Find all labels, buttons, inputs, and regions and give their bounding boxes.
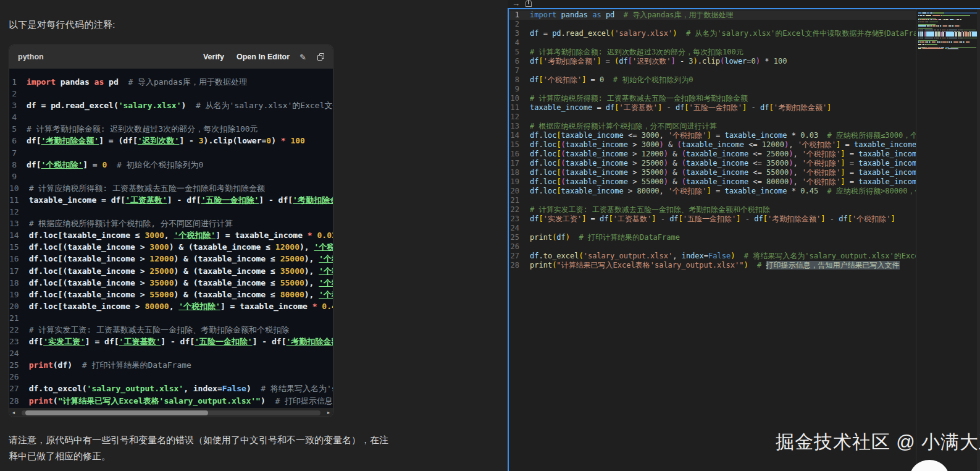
code-line: 10# 计算应纳税所得额: 工资基数减去五险一金扣除和考勤扣除金额 [509, 94, 916, 103]
code-line: 3df = pd.read_excel('salary.xlsx') # 从名为… [9, 100, 333, 111]
line-number: 28 [509, 261, 530, 270]
editor-panel: → 1import pandas as pd # 导入pandas库，用于数据处… [508, 0, 980, 471]
line-number: 8 [9, 159, 27, 171]
minimap-line [918, 38, 977, 39]
line-number: 9 [509, 85, 530, 94]
line-number: 3 [9, 100, 27, 111]
minimap-line [918, 41, 977, 43]
code-line: 24 [9, 347, 333, 359]
minimap-divider [916, 9, 916, 471]
code-line: 15df.loc[(taxable_income > 3000) & (taxa… [9, 241, 333, 253]
scroll-right-arrow-icon[interactable]: ▸ [327, 410, 330, 415]
line-number: 21 [9, 312, 29, 324]
line-number: 11 [509, 103, 530, 112]
verify-button[interactable]: Verify [203, 53, 224, 61]
line-number: 15 [509, 140, 530, 150]
code-line: 20df.loc[taxable_income > 80000, '个税扣除']… [509, 187, 916, 196]
scroll-left-arrow-icon[interactable]: ◂ [12, 410, 15, 415]
line-number: 14 [9, 229, 29, 241]
scrollbar-thumb[interactable] [25, 410, 208, 415]
line-number: 5 [9, 123, 27, 135]
code-line: 4 [9, 111, 333, 123]
goto-arrow-icon[interactable]: → [512, 0, 520, 8]
line-number: 2 [509, 20, 530, 29]
code-line: 16df.loc[(taxable_income > 12000) & (tax… [509, 150, 916, 159]
code-line: 12 [9, 206, 333, 218]
line-number: 10 [9, 182, 29, 194]
line-number: 22 [509, 205, 530, 214]
line-number: 16 [9, 253, 29, 265]
line-number: 23 [509, 214, 530, 224]
line-number: 24 [9, 347, 29, 359]
note-line-1: 请注意，原代码中有一些引号和变量名的错误（如使用了中文引号和不一致的变量名），在… [9, 432, 500, 448]
line-number: 3 [509, 29, 530, 38]
line-number: 17 [9, 265, 29, 277]
line-number: 24 [509, 224, 530, 233]
code-line: 8df['个税扣除'] = 0 # 初始化个税扣除列为0 [509, 75, 916, 85]
line-number: 25 [509, 233, 530, 242]
code-line: 16df.loc[(taxable_income > 12000) & (tax… [9, 253, 333, 265]
edit-icon[interactable]: ✎ [299, 53, 306, 61]
line-number: 2 [9, 88, 27, 100]
line-number: 1 [509, 11, 530, 20]
line-number: 25 [9, 359, 29, 371]
code-line: 28print("计算结果已写入Excel表格'salary_output.xl… [509, 261, 916, 270]
code-line: 14df.loc[taxable_income <= 3000, '个税扣除']… [509, 131, 916, 140]
line-number: 23 [9, 336, 29, 347]
copy-icon[interactable] [317, 53, 324, 61]
line-number: 20 [509, 187, 530, 196]
code-line: 9 [509, 85, 916, 94]
watermark: 掘金技术社区 @ 小满大王i [776, 430, 980, 455]
language-label: python [18, 53, 44, 61]
code-line: 22# 计算实发工资: 工资基数减去五险一金扣除、考勤扣除金额和个税扣除 [509, 205, 916, 214]
line-number: 14 [509, 131, 530, 140]
open-in-editor-button[interactable]: Open In Editor [237, 53, 290, 61]
code-line: 19df.loc[(taxable_income > 55000) & (tax… [9, 289, 333, 300]
code-line: 13# 根据应纳税所得额计算个税扣除, 分不同区间进行计算 [9, 218, 333, 229]
code-line: 15df.loc[(taxable_income > 3000) & (taxa… [509, 140, 916, 150]
line-number: 26 [9, 371, 29, 383]
line-number: 6 [509, 57, 530, 66]
vertical-scrollbar[interactable] [977, 9, 980, 471]
code-line: 18df.loc[(taxable_income > 35000) & (tax… [509, 168, 916, 177]
assistant-intro-text: 以下是对每行代码的注释: [9, 19, 115, 31]
code-line: 1import pandas as pd # 导入pandas库，用于数据处理 [9, 76, 333, 88]
code-line: 3df = pd.read_excel('salary.xlsx') # 从名为… [509, 29, 916, 38]
code-line: 27df.to_excel('salary_output.xlsx', inde… [509, 252, 916, 261]
line-number: 4 [9, 111, 27, 123]
code-line: 5# 计算考勤扣除金额: 迟到次数超过3次的部分，每次扣除100元 [509, 48, 916, 57]
line-number: 28 [9, 395, 29, 407]
code-line: 27df.to_excel('salary_output.xlsx', inde… [9, 383, 333, 394]
code-block-header: python Verify Open In Editor ✎ [9, 45, 333, 69]
code-line: 7 [509, 66, 916, 75]
line-number: 26 [509, 242, 530, 252]
line-number: 5 [509, 48, 530, 57]
code-line: 26 [509, 242, 916, 252]
horizontal-scrollbar[interactable]: ◂ ▸ [9, 408, 333, 417]
line-number: 18 [509, 168, 530, 177]
line-number: 21 [509, 196, 530, 205]
code-line: 12 [509, 112, 916, 122]
code-line: 5# 计算考勤扣除金额: 迟到次数超过3次的部分，每次扣除100元 [9, 123, 333, 135]
code-line: 8df['个税扣除'] = 0 # 初始化个税扣除列为0 [9, 159, 333, 171]
code-line: 14df.loc[taxable_income ≤ 3000, '个税扣除'] … [9, 229, 333, 241]
minimap[interactable] [918, 12, 977, 56]
code-block-card: python Verify Open In Editor ✎ 1import p… [9, 45, 333, 417]
line-number: 6 [9, 135, 27, 146]
code-line: 13# 根据应纳税所得额计算个税扣除，分不同区间进行计算 [509, 122, 916, 131]
code-line: 1import pandas as pd # 导入pandas库，用于数据处理 [509, 11, 916, 20]
line-number: 7 [509, 66, 530, 75]
line-number: 19 [509, 177, 530, 187]
code-line: 26 [9, 371, 333, 383]
code-line: 10# 计算应纳税所得额: 工资基数减去五险一金扣除和考勤扣除金额 [9, 182, 333, 194]
code-line: 22# 计算实发工资: 工资基数减去五险一金扣除、考勤扣除金额和个税扣除 [9, 324, 333, 336]
minimap-line [918, 48, 977, 49]
chat-panel: 以下是对每行代码的注释: python Verify Open In Edito… [0, 0, 508, 471]
line-number: 17 [509, 159, 530, 168]
assistant-note-text: 请注意，原代码中有一些引号和变量名的错误（如使用了中文引号和不一致的变量名），在… [9, 432, 500, 464]
line-number: 7 [9, 147, 27, 159]
share-icon[interactable] [526, 1, 532, 7]
line-number: 11 [9, 194, 29, 206]
code-line: 9 [9, 171, 333, 182]
editor-code-lines[interactable]: 1import pandas as pd # 导入pandas库，用于数据处理2… [509, 11, 916, 471]
